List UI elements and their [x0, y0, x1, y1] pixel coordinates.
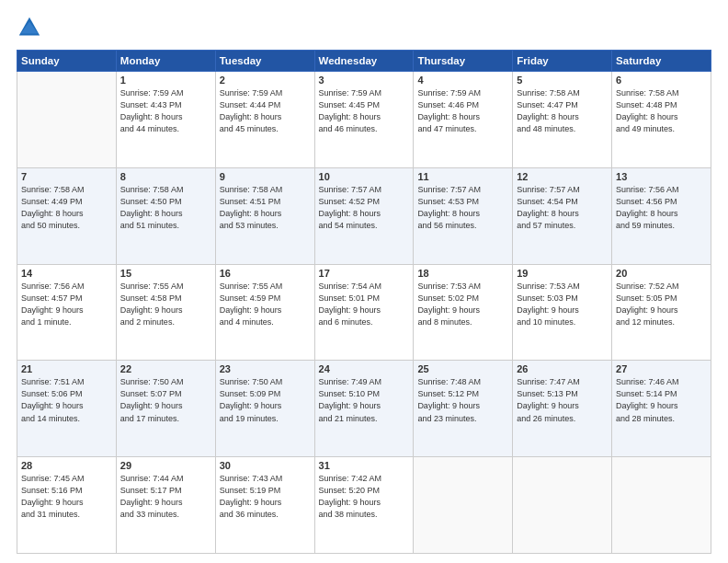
day-info: Sunrise: 7:54 AMSunset: 5:01 PMDaylight:…: [319, 281, 410, 328]
calendar-day-cell: 24Sunrise: 7:49 AMSunset: 5:10 PMDayligh…: [314, 361, 414, 457]
calendar-day-cell: 14Sunrise: 7:56 AMSunset: 4:57 PMDayligh…: [17, 264, 117, 361]
day-info: Sunrise: 7:56 AMSunset: 4:57 PMDaylight:…: [21, 281, 112, 328]
day-info: Sunrise: 7:58 AMSunset: 4:50 PMDaylight:…: [120, 184, 211, 232]
day-number: 28: [21, 460, 112, 471]
day-info: Sunrise: 7:58 AMSunset: 4:51 PMDaylight:…: [220, 184, 311, 232]
calendar-day-cell: [414, 457, 513, 554]
calendar-day-cell: 21Sunrise: 7:51 AMSunset: 5:06 PMDayligh…: [17, 361, 117, 457]
day-number: 17: [319, 268, 410, 279]
day-info: Sunrise: 7:55 AMSunset: 4:58 PMDaylight:…: [120, 281, 211, 328]
day-info: Sunrise: 7:50 AMSunset: 5:09 PMDaylight:…: [220, 376, 311, 424]
day-of-week-header: Saturday: [612, 51, 711, 72]
day-info: Sunrise: 7:47 AMSunset: 5:13 PMDaylight:…: [517, 376, 608, 424]
day-number: 2: [220, 75, 311, 86]
day-info: Sunrise: 7:58 AMSunset: 4:48 PMDaylight:…: [616, 87, 707, 135]
calendar-week-row: 1Sunrise: 7:59 AMSunset: 4:43 PMDaylight…: [17, 72, 711, 168]
calendar-day-cell: 29Sunrise: 7:44 AMSunset: 5:17 PMDayligh…: [116, 457, 215, 554]
calendar-day-cell: 13Sunrise: 7:56 AMSunset: 4:56 PMDayligh…: [612, 167, 711, 264]
day-number: 7: [21, 171, 112, 182]
day-info: Sunrise: 7:46 AMSunset: 5:14 PMDaylight:…: [616, 376, 707, 424]
calendar-header-row: SundayMondayTuesdayWednesdayThursdayFrid…: [17, 51, 711, 72]
day-number: 24: [319, 363, 410, 374]
day-number: 31: [319, 460, 410, 471]
day-of-week-header: Wednesday: [314, 51, 414, 72]
calendar-day-cell: [513, 457, 612, 554]
day-number: 23: [220, 363, 311, 374]
day-of-week-header: Sunday: [17, 51, 117, 72]
day-number: 15: [120, 268, 211, 279]
day-info: Sunrise: 7:44 AMSunset: 5:17 PMDaylight:…: [120, 473, 211, 521]
day-number: 20: [616, 268, 707, 279]
calendar-day-cell: 19Sunrise: 7:53 AMSunset: 5:03 PMDayligh…: [513, 264, 612, 361]
calendar-day-cell: 26Sunrise: 7:47 AMSunset: 5:13 PMDayligh…: [513, 361, 612, 457]
day-info: Sunrise: 7:48 AMSunset: 5:12 PMDaylight:…: [417, 376, 508, 424]
day-info: Sunrise: 7:53 AMSunset: 5:02 PMDaylight:…: [417, 281, 508, 328]
calendar-day-cell: 9Sunrise: 7:58 AMSunset: 4:51 PMDaylight…: [215, 167, 314, 264]
day-info: Sunrise: 7:57 AMSunset: 4:52 PMDaylight:…: [319, 184, 410, 232]
svg-marker-1: [21, 21, 39, 33]
day-info: Sunrise: 7:52 AMSunset: 5:05 PMDaylight:…: [616, 281, 707, 328]
header: [17, 15, 711, 40]
day-info: Sunrise: 7:43 AMSunset: 5:19 PMDaylight:…: [220, 473, 311, 521]
calendar-day-cell: 8Sunrise: 7:58 AMSunset: 4:50 PMDaylight…: [116, 167, 215, 264]
day-info: Sunrise: 7:53 AMSunset: 5:03 PMDaylight:…: [517, 281, 608, 328]
day-info: Sunrise: 7:49 AMSunset: 5:10 PMDaylight:…: [319, 376, 410, 424]
page: SundayMondayTuesdayWednesdayThursdayFrid…: [0, 0, 728, 563]
calendar-day-cell: 17Sunrise: 7:54 AMSunset: 5:01 PMDayligh…: [314, 264, 414, 361]
calendar-day-cell: 5Sunrise: 7:58 AMSunset: 4:47 PMDaylight…: [513, 72, 612, 168]
calendar-table: SundayMondayTuesdayWednesdayThursdayFrid…: [17, 50, 711, 554]
day-number: 27: [616, 363, 707, 374]
day-number: 8: [120, 171, 211, 182]
calendar-day-cell: 6Sunrise: 7:58 AMSunset: 4:48 PMDaylight…: [612, 72, 711, 168]
calendar-week-row: 7Sunrise: 7:58 AMSunset: 4:49 PMDaylight…: [17, 167, 711, 264]
day-number: 19: [517, 268, 608, 279]
day-info: Sunrise: 7:50 AMSunset: 5:07 PMDaylight:…: [120, 376, 211, 424]
day-number: 22: [120, 363, 211, 374]
day-number: 5: [517, 75, 608, 86]
day-info: Sunrise: 7:42 AMSunset: 5:20 PMDaylight:…: [319, 473, 410, 521]
calendar-week-row: 28Sunrise: 7:45 AMSunset: 5:16 PMDayligh…: [17, 457, 711, 554]
calendar-day-cell: 18Sunrise: 7:53 AMSunset: 5:02 PMDayligh…: [414, 264, 513, 361]
day-number: 13: [616, 171, 707, 182]
day-number: 21: [21, 363, 112, 374]
calendar-day-cell: 20Sunrise: 7:52 AMSunset: 5:05 PMDayligh…: [612, 264, 711, 361]
day-info: Sunrise: 7:59 AMSunset: 4:46 PMDaylight:…: [417, 87, 508, 135]
calendar-day-cell: 31Sunrise: 7:42 AMSunset: 5:20 PMDayligh…: [314, 457, 414, 554]
day-of-week-header: Thursday: [414, 51, 513, 72]
calendar-day-cell: 23Sunrise: 7:50 AMSunset: 5:09 PMDayligh…: [215, 361, 314, 457]
day-number: 30: [220, 460, 311, 471]
calendar-day-cell: [17, 72, 117, 168]
day-info: Sunrise: 7:56 AMSunset: 4:56 PMDaylight:…: [616, 184, 707, 232]
calendar-day-cell: 1Sunrise: 7:59 AMSunset: 4:43 PMDaylight…: [116, 72, 215, 168]
day-of-week-header: Tuesday: [215, 51, 314, 72]
calendar-day-cell: [612, 457, 711, 554]
day-info: Sunrise: 7:58 AMSunset: 4:47 PMDaylight:…: [517, 87, 608, 135]
day-number: 16: [220, 268, 311, 279]
day-info: Sunrise: 7:57 AMSunset: 4:54 PMDaylight:…: [517, 184, 608, 232]
day-of-week-header: Friday: [513, 51, 612, 72]
calendar-day-cell: 16Sunrise: 7:55 AMSunset: 4:59 PMDayligh…: [215, 264, 314, 361]
day-info: Sunrise: 7:51 AMSunset: 5:06 PMDaylight:…: [21, 376, 112, 424]
day-info: Sunrise: 7:57 AMSunset: 4:53 PMDaylight:…: [417, 184, 508, 232]
day-number: 4: [417, 75, 508, 86]
calendar-day-cell: 25Sunrise: 7:48 AMSunset: 5:12 PMDayligh…: [414, 361, 513, 457]
logo: [17, 15, 46, 40]
day-number: 1: [120, 75, 211, 86]
day-number: 3: [319, 75, 410, 86]
day-number: 29: [120, 460, 211, 471]
day-info: Sunrise: 7:45 AMSunset: 5:16 PMDaylight:…: [21, 473, 112, 521]
day-info: Sunrise: 7:55 AMSunset: 4:59 PMDaylight:…: [220, 281, 311, 328]
calendar-day-cell: 4Sunrise: 7:59 AMSunset: 4:46 PMDaylight…: [414, 72, 513, 168]
calendar-day-cell: 2Sunrise: 7:59 AMSunset: 4:44 PMDaylight…: [215, 72, 314, 168]
calendar-day-cell: 7Sunrise: 7:58 AMSunset: 4:49 PMDaylight…: [17, 167, 117, 264]
day-number: 9: [220, 171, 311, 182]
day-info: Sunrise: 7:58 AMSunset: 4:49 PMDaylight:…: [21, 184, 112, 232]
day-of-week-header: Monday: [116, 51, 215, 72]
calendar-day-cell: 11Sunrise: 7:57 AMSunset: 4:53 PMDayligh…: [414, 167, 513, 264]
calendar-week-row: 14Sunrise: 7:56 AMSunset: 4:57 PMDayligh…: [17, 264, 711, 361]
calendar-day-cell: 10Sunrise: 7:57 AMSunset: 4:52 PMDayligh…: [314, 167, 414, 264]
calendar-day-cell: 12Sunrise: 7:57 AMSunset: 4:54 PMDayligh…: [513, 167, 612, 264]
calendar-day-cell: 28Sunrise: 7:45 AMSunset: 5:16 PMDayligh…: [17, 457, 117, 554]
calendar-day-cell: 3Sunrise: 7:59 AMSunset: 4:45 PMDaylight…: [314, 72, 414, 168]
day-info: Sunrise: 7:59 AMSunset: 4:44 PMDaylight:…: [220, 87, 311, 135]
